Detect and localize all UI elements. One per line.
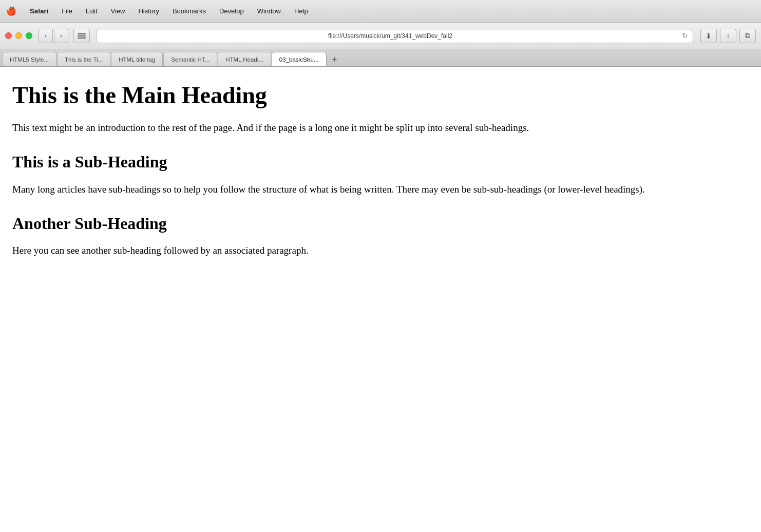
sub-heading-2: Another Sub-Heading xyxy=(12,214,655,233)
back-button[interactable]: ‹ xyxy=(39,29,53,43)
download-icon: ⬇ xyxy=(706,32,712,40)
sub-heading-1: This is a Sub-Heading xyxy=(12,152,655,172)
main-heading: This is the Main Heading xyxy=(12,82,655,109)
help-menu[interactable]: Help xyxy=(292,6,310,16)
body-paragraph-1: Many long articles have sub-headings so … xyxy=(12,181,655,197)
apple-menu-icon[interactable]: 🍎 xyxy=(6,6,16,16)
menubar: 🍎 Safari File Edit View History Bookmark… xyxy=(0,0,761,23)
nav-buttons: ‹ › xyxy=(39,29,68,43)
url-text: file:///Users/musick/um_git/341_webDev_f… xyxy=(102,32,679,40)
tab-3[interactable]: Semantic HT... xyxy=(163,52,217,66)
safari-menu[interactable]: Safari xyxy=(28,6,50,16)
traffic-lights xyxy=(5,32,32,39)
tab-label-4: HTML Headi... xyxy=(225,56,263,63)
toolbar: ‹ › file:///Users/musick/um_git/341_webD… xyxy=(0,23,761,49)
tab-label-1: This is the Ti... xyxy=(65,56,103,63)
share-icon: ↑ xyxy=(727,32,730,40)
develop-menu[interactable]: Develop xyxy=(217,6,246,16)
sidebar-button[interactable] xyxy=(73,29,90,43)
tab-label-3: Semantic HT... xyxy=(171,56,210,63)
add-tab-button[interactable]: + xyxy=(328,54,341,65)
tab-label-5: 03_basicStru... xyxy=(279,56,319,63)
view-menu[interactable]: View xyxy=(109,6,127,16)
share-button[interactable]: ↑ xyxy=(720,29,736,43)
tab-1[interactable]: This is the Ti... xyxy=(57,52,110,66)
tab-4[interactable]: HTML Headi... xyxy=(218,52,271,66)
add-tab-icon: + xyxy=(332,54,337,65)
fullscreen-button[interactable] xyxy=(26,32,32,39)
tabs-bar: HTML5 Style... This is the Ti... HTML ti… xyxy=(0,49,761,67)
toolbar-right: ⬇ ↑ ⧉ xyxy=(700,29,756,43)
minimize-button[interactable] xyxy=(15,32,22,39)
tab-5-active[interactable]: 03_basicStru... xyxy=(272,52,327,66)
file-menu[interactable]: File xyxy=(60,6,74,16)
sidebar-icon xyxy=(78,33,86,39)
duplicate-button[interactable]: ⧉ xyxy=(739,29,756,43)
refresh-button[interactable]: ↻ xyxy=(682,32,688,40)
forward-icon: › xyxy=(60,32,62,40)
tab-label-2: HTML title tag xyxy=(119,56,155,63)
download-button[interactable]: ⬇ xyxy=(700,29,717,43)
intro-paragraph: This text might be an introduction to th… xyxy=(12,120,655,136)
content-inner: This is the Main Heading This text might… xyxy=(10,77,657,259)
forward-button[interactable]: › xyxy=(54,29,68,43)
close-button[interactable] xyxy=(5,32,12,39)
tab-2[interactable]: HTML title tag xyxy=(111,52,163,66)
duplicate-icon: ⧉ xyxy=(745,31,750,40)
edit-menu[interactable]: Edit xyxy=(84,6,99,16)
tab-label-0: HTML5 Style... xyxy=(10,56,49,63)
page-content: This is the Main Heading This text might… xyxy=(0,67,761,532)
back-icon: ‹ xyxy=(45,32,47,40)
body-paragraph-2: Here you can see another sub-heading fol… xyxy=(12,242,655,258)
tab-0[interactable]: HTML5 Style... xyxy=(2,52,56,66)
address-bar[interactable]: file:///Users/musick/um_git/341_webDev_f… xyxy=(96,29,693,43)
bookmarks-menu[interactable]: Bookmarks xyxy=(170,6,208,16)
history-menu[interactable]: History xyxy=(136,6,161,16)
window-menu[interactable]: Window xyxy=(255,6,283,16)
